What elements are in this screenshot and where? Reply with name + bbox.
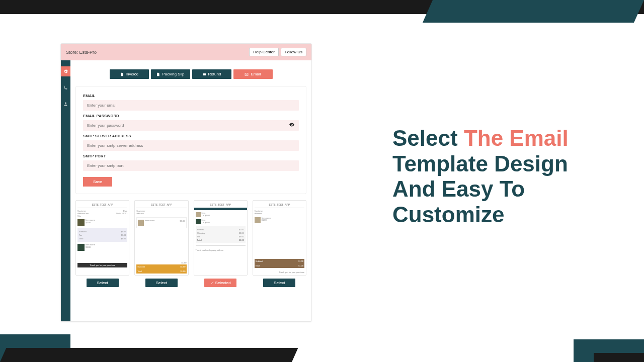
headline-rest: Template Design And Easy To Customize — [392, 151, 568, 227]
save-button[interactable]: Save — [83, 177, 112, 187]
tab-email[interactable]: Email — [233, 69, 273, 79]
password-label: EMAIL PASSWORD — [83, 114, 299, 118]
tab-label: Packing Slip — [162, 72, 184, 76]
select-template-2-button[interactable]: Select — [145, 279, 178, 287]
template-gallery: ESTS_TEST_APP CustomerAddress lineCityDa… — [75, 200, 306, 287]
smtp-form: EMAIL EMAIL PASSWORD SMTP SERVER ADDRESS… — [75, 86, 306, 194]
tabs: Invoice Packing Slip Refund Email — [75, 65, 306, 81]
file-icon — [120, 72, 124, 76]
select-template-1-button[interactable]: Select — [87, 279, 119, 287]
selected-label: Selected — [215, 281, 231, 285]
app-window: Store: Ests-Pro Help Center Follow Us In… — [60, 43, 312, 322]
store-label: Store: Ests-Pro — [66, 50, 247, 55]
svg-point-2 — [65, 102, 66, 104]
preview-title: ESTS_TEST_APP — [196, 202, 246, 207]
headline-accent: The Email — [464, 126, 569, 150]
tab-label: Email — [251, 72, 261, 76]
port-label: SMTP PORT — [83, 154, 299, 158]
svg-point-1 — [66, 89, 67, 89]
file-icon — [156, 72, 160, 76]
help-center-button[interactable]: Help Center — [249, 48, 279, 56]
svg-point-0 — [65, 89, 65, 89]
frame-top-right-teal — [423, 0, 644, 23]
password-field[interactable] — [83, 120, 299, 131]
tab-invoice[interactable]: Invoice — [110, 69, 149, 79]
eye-icon[interactable] — [289, 122, 295, 129]
main-pane: Invoice Packing Slip Refund Email EMAIL — [70, 60, 311, 321]
template-card-4[interactable]: ESTS_TEST_APP CustomerAddress Item name$… — [253, 200, 306, 276]
frame-bottom-left-black — [0, 348, 298, 362]
tab-refund[interactable]: Refund — [192, 69, 231, 79]
cart-icon — [63, 85, 68, 90]
preview-title: ESTS_TEST_APP — [255, 202, 304, 207]
sidebar — [61, 60, 70, 321]
preview-title: ESTS_TEST_APP — [77, 202, 127, 207]
headline-pre: Select — [392, 126, 464, 150]
svg-point-5 — [291, 124, 292, 125]
preview-cta: Thank you for your purchase — [77, 263, 127, 267]
selected-template-3-button[interactable]: Selected — [204, 279, 236, 287]
check-icon — [210, 281, 214, 285]
follow-us-button[interactable]: Follow Us — [281, 48, 306, 56]
svg-rect-3 — [203, 73, 206, 75]
preview-title: ESTS_TEST_APP — [136, 202, 186, 207]
card-icon — [202, 72, 206, 76]
smtp-label: SMTP SERVER ADDRESS — [83, 134, 299, 138]
tab-label: Refund — [208, 72, 221, 76]
template-card-3[interactable]: ESTS_TEST_APP Item1 x $1.00 Item1 x $1.0… — [194, 200, 248, 276]
tab-label: Invoice — [126, 72, 138, 76]
template-card-2[interactable]: ESTS_TEST_APP CustomerAddress Item name$… — [134, 200, 188, 276]
smtp-server-field[interactable] — [83, 140, 299, 151]
tab-packing-slip[interactable]: Packing Slip — [151, 69, 190, 79]
app-header: Store: Ests-Pro Help Center Follow Us — [61, 44, 311, 60]
email-label: EMAIL — [83, 94, 299, 98]
mail-icon — [245, 72, 249, 76]
sidebar-item-settings[interactable] — [61, 66, 70, 76]
email-field[interactable] — [83, 100, 299, 111]
frame-bottom-right-black — [594, 353, 644, 362]
smtp-port-field[interactable] — [83, 160, 299, 171]
headline: Select The Email Template Design And Eas… — [392, 126, 604, 227]
select-template-4-button[interactable]: Select — [263, 279, 295, 287]
sidebar-item-cart[interactable] — [61, 82, 70, 93]
sidebar-item-user[interactable] — [61, 99, 70, 109]
user-icon — [63, 102, 68, 106]
gear-icon — [63, 69, 68, 74]
template-card-1[interactable]: ESTS_TEST_APP CustomerAddress lineCityDa… — [75, 200, 129, 276]
